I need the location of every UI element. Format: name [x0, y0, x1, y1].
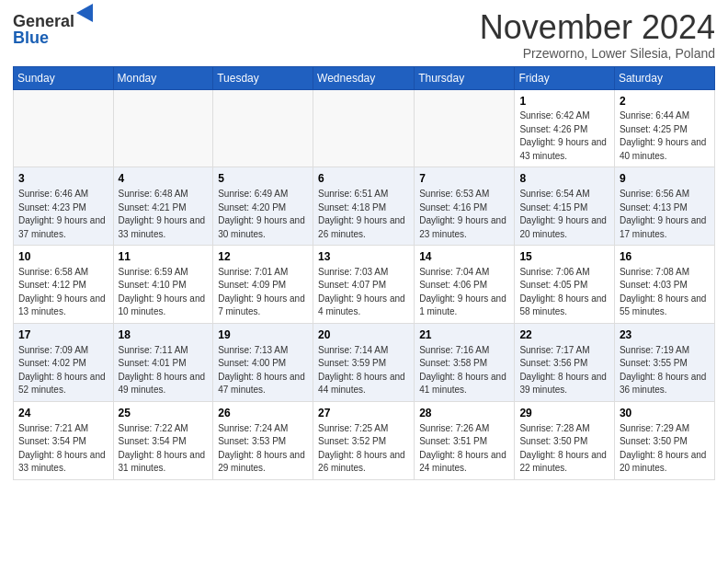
calendar-week-row: 3Sunrise: 6:46 AM Sunset: 4:23 PM Daylig… [14, 167, 715, 246]
weekday-header-wednesday: Wednesday [313, 66, 415, 89]
weekday-header-sunday: Sunday [14, 66, 114, 89]
day-info: Sunrise: 6:59 AM Sunset: 4:10 PM Dayligh… [119, 266, 209, 319]
header: General Blue November 2024 Przeworno, Lo… [13, 9, 715, 61]
day-info: Sunrise: 7:08 AM Sunset: 4:03 PM Dayligh… [620, 266, 710, 319]
calendar-day-29: 29Sunrise: 7:28 AM Sunset: 3:50 PM Dayli… [515, 401, 615, 479]
day-info: Sunrise: 6:48 AM Sunset: 4:21 PM Dayligh… [119, 188, 209, 241]
day-number: 23 [620, 327, 710, 343]
logo-icon [76, 4, 93, 24]
calendar-day-16: 16Sunrise: 7:08 AM Sunset: 4:03 PM Dayli… [614, 246, 714, 324]
calendar-day-empty [113, 89, 213, 167]
day-number: 22 [519, 327, 609, 343]
calendar-day-1: 1Sunrise: 6:42 AM Sunset: 4:26 PM Daylig… [515, 89, 615, 167]
logo-general-text: General [13, 13, 74, 29]
day-number: 28 [419, 406, 509, 421]
calendar-day-empty [415, 89, 515, 167]
calendar-header-row: SundayMondayTuesdayWednesdayThursdayFrid… [14, 66, 715, 89]
day-number: 19 [218, 327, 308, 343]
day-info: Sunrise: 7:24 AM Sunset: 3:53 PM Dayligh… [218, 422, 308, 476]
day-info: Sunrise: 7:26 AM Sunset: 3:51 PM Dayligh… [419, 422, 509, 476]
day-number: 30 [620, 406, 710, 421]
day-number: 16 [620, 249, 710, 265]
day-number: 11 [119, 249, 209, 265]
day-number: 29 [519, 406, 609, 421]
day-info: Sunrise: 6:51 AM Sunset: 4:18 PM Dayligh… [318, 188, 409, 241]
day-number: 20 [318, 327, 409, 343]
calendar-day-17: 17Sunrise: 7:09 AM Sunset: 4:02 PM Dayli… [14, 323, 114, 401]
calendar-day-7: 7Sunrise: 6:53 AM Sunset: 4:16 PM Daylig… [415, 167, 515, 246]
logo: General Blue [13, 13, 93, 46]
calendar-day-20: 20Sunrise: 7:14 AM Sunset: 3:59 PM Dayli… [313, 323, 415, 401]
day-number: 21 [419, 327, 509, 343]
day-info: Sunrise: 6:44 AM Sunset: 4:25 PM Dayligh… [620, 109, 710, 163]
logo-blue-text: Blue [13, 29, 74, 46]
day-info: Sunrise: 6:58 AM Sunset: 4:12 PM Dayligh… [18, 266, 108, 319]
calendar-day-23: 23Sunrise: 7:19 AM Sunset: 3:55 PM Dayli… [614, 323, 714, 401]
page: General Blue November 2024 Przeworno, Lo… [0, 0, 728, 563]
calendar-day-15: 15Sunrise: 7:06 AM Sunset: 4:05 PM Dayli… [515, 246, 615, 324]
calendar-day-empty [213, 89, 313, 167]
calendar-day-27: 27Sunrise: 7:25 AM Sunset: 3:52 PM Dayli… [313, 401, 415, 479]
day-info: Sunrise: 6:46 AM Sunset: 4:23 PM Dayligh… [18, 188, 108, 241]
day-info: Sunrise: 7:25 AM Sunset: 3:52 PM Dayligh… [318, 422, 409, 476]
calendar-day-4: 4Sunrise: 6:48 AM Sunset: 4:21 PM Daylig… [113, 167, 213, 246]
calendar-day-9: 9Sunrise: 6:56 AM Sunset: 4:13 PM Daylig… [614, 167, 714, 246]
location: Przeworno, Lower Silesia, Poland [480, 46, 715, 61]
calendar-day-21: 21Sunrise: 7:16 AM Sunset: 3:58 PM Dayli… [415, 323, 515, 401]
day-number: 8 [519, 171, 609, 187]
day-number: 9 [620, 171, 710, 187]
day-info: Sunrise: 6:49 AM Sunset: 4:20 PM Dayligh… [218, 188, 308, 241]
calendar-day-25: 25Sunrise: 7:22 AM Sunset: 3:54 PM Dayli… [113, 401, 213, 479]
day-number: 15 [519, 249, 609, 265]
calendar-day-28: 28Sunrise: 7:26 AM Sunset: 3:51 PM Dayli… [415, 401, 515, 479]
calendar: SundayMondayTuesdayWednesdayThursdayFrid… [13, 66, 715, 480]
day-number: 25 [119, 406, 209, 421]
calendar-day-30: 30Sunrise: 7:29 AM Sunset: 3:50 PM Dayli… [614, 401, 714, 479]
calendar-day-11: 11Sunrise: 6:59 AM Sunset: 4:10 PM Dayli… [113, 246, 213, 324]
calendar-day-empty [313, 89, 415, 167]
weekday-header-thursday: Thursday [415, 66, 515, 89]
day-info: Sunrise: 7:03 AM Sunset: 4:07 PM Dayligh… [318, 266, 409, 319]
day-number: 18 [119, 327, 209, 343]
calendar-day-5: 5Sunrise: 6:49 AM Sunset: 4:20 PM Daylig… [213, 167, 313, 246]
day-info: Sunrise: 7:19 AM Sunset: 3:55 PM Dayligh… [620, 344, 710, 397]
calendar-day-14: 14Sunrise: 7:04 AM Sunset: 4:06 PM Dayli… [415, 246, 515, 324]
calendar-day-22: 22Sunrise: 7:17 AM Sunset: 3:56 PM Dayli… [515, 323, 615, 401]
day-info: Sunrise: 7:04 AM Sunset: 4:06 PM Dayligh… [419, 266, 509, 319]
day-info: Sunrise: 7:01 AM Sunset: 4:09 PM Dayligh… [218, 266, 308, 319]
day-number: 2 [620, 94, 710, 109]
calendar-day-12: 12Sunrise: 7:01 AM Sunset: 4:09 PM Dayli… [213, 246, 313, 324]
weekday-header-saturday: Saturday [614, 66, 714, 89]
day-info: Sunrise: 7:06 AM Sunset: 4:05 PM Dayligh… [519, 266, 609, 319]
day-info: Sunrise: 6:42 AM Sunset: 4:26 PM Dayligh… [519, 109, 609, 163]
day-number: 12 [218, 249, 308, 265]
calendar-week-row: 17Sunrise: 7:09 AM Sunset: 4:02 PM Dayli… [14, 323, 715, 401]
day-number: 14 [419, 249, 509, 265]
day-number: 3 [18, 171, 108, 187]
day-info: Sunrise: 7:16 AM Sunset: 3:58 PM Dayligh… [419, 344, 509, 397]
day-info: Sunrise: 7:14 AM Sunset: 3:59 PM Dayligh… [318, 344, 409, 397]
day-info: Sunrise: 7:11 AM Sunset: 4:01 PM Dayligh… [119, 344, 209, 397]
day-number: 17 [18, 327, 108, 343]
day-number: 13 [318, 249, 409, 265]
day-number: 1 [519, 94, 609, 109]
title-block: November 2024 Przeworno, Lower Silesia, … [480, 9, 715, 61]
day-number: 5 [218, 171, 308, 187]
day-info: Sunrise: 7:28 AM Sunset: 3:50 PM Dayligh… [519, 422, 609, 476]
calendar-day-19: 19Sunrise: 7:13 AM Sunset: 4:00 PM Dayli… [213, 323, 313, 401]
day-info: Sunrise: 7:22 AM Sunset: 3:54 PM Dayligh… [119, 422, 209, 476]
day-info: Sunrise: 7:29 AM Sunset: 3:50 PM Dayligh… [620, 422, 710, 476]
day-number: 10 [18, 249, 108, 265]
day-number: 6 [318, 171, 409, 187]
calendar-week-row: 10Sunrise: 6:58 AM Sunset: 4:12 PM Dayli… [14, 246, 715, 324]
calendar-day-18: 18Sunrise: 7:11 AM Sunset: 4:01 PM Dayli… [113, 323, 213, 401]
month-title: November 2024 [480, 9, 715, 46]
calendar-day-2: 2Sunrise: 6:44 AM Sunset: 4:25 PM Daylig… [614, 89, 714, 167]
day-info: Sunrise: 6:56 AM Sunset: 4:13 PM Dayligh… [620, 188, 710, 241]
day-info: Sunrise: 7:21 AM Sunset: 3:54 PM Dayligh… [18, 422, 108, 476]
day-info: Sunrise: 6:54 AM Sunset: 4:15 PM Dayligh… [519, 188, 609, 241]
calendar-day-8: 8Sunrise: 6:54 AM Sunset: 4:15 PM Daylig… [515, 167, 615, 246]
day-number: 27 [318, 406, 409, 421]
calendar-week-row: 24Sunrise: 7:21 AM Sunset: 3:54 PM Dayli… [14, 401, 715, 479]
calendar-day-26: 26Sunrise: 7:24 AM Sunset: 3:53 PM Dayli… [213, 401, 313, 479]
